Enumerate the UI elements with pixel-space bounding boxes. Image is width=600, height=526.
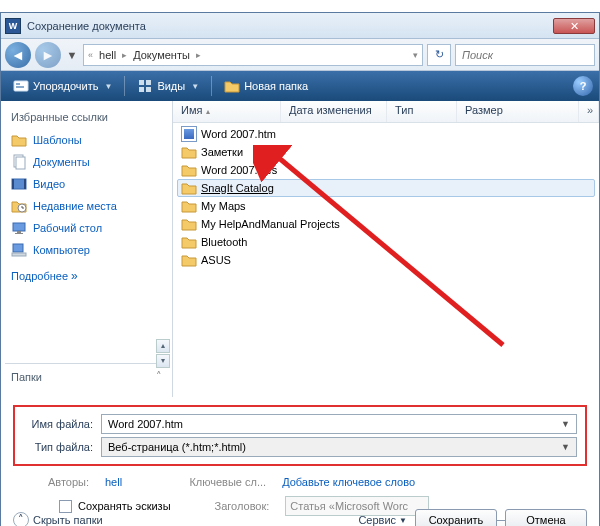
bc-segment[interactable]: Документы — [129, 49, 194, 61]
forward-button[interactable]: ► — [35, 42, 61, 68]
folder-icon — [224, 78, 240, 94]
save-button[interactable]: Сохранить — [415, 509, 497, 526]
filetype-value: Веб-страница (*.htm;*.html) — [108, 441, 246, 453]
bc-chevron-icon: « — [88, 50, 93, 60]
sidebar-item-computer[interactable]: Компьютер — [5, 240, 168, 260]
svg-rect-16 — [13, 244, 23, 252]
column-headers: Имя ▴ Дата изменения Тип Размер » — [173, 101, 599, 123]
file-row[interactable]: Bluetooth — [177, 233, 595, 251]
file-name: SnagIt Catalog — [201, 182, 274, 194]
file-name: My HelpAndManual Projects — [201, 218, 340, 230]
chevron-right-icon: » — [71, 269, 78, 283]
toolbar: Упорядочить ▼ Виды ▼ Новая папка ? — [1, 71, 599, 101]
sidebar-item-label: Шаблоны — [33, 134, 82, 146]
sidebar-heading: Избранные ссылки — [5, 109, 168, 129]
refresh-button[interactable]: ↻ — [427, 44, 451, 66]
close-button[interactable]: ✕ — [553, 18, 595, 34]
filetype-select[interactable]: Веб-страница (*.htm;*.html)▼ — [101, 437, 577, 457]
scroll-up-button[interactable]: ▴ — [156, 339, 170, 353]
filename-input[interactable]: Word 2007.htm▼ — [101, 414, 577, 434]
sidebar-item-templates[interactable]: Шаблоны — [5, 130, 168, 150]
chevron-down-icon[interactable]: ▼ — [561, 442, 570, 452]
keywords-value[interactable]: Добавьте ключевое слово — [282, 476, 415, 488]
file-name: My Maps — [201, 200, 246, 212]
chevron-right-icon: ▸ — [196, 50, 201, 60]
sidebar-item-video[interactable]: Видео — [5, 174, 168, 194]
svg-rect-2 — [16, 86, 24, 88]
svg-rect-13 — [13, 223, 25, 231]
views-label: Виды — [157, 80, 185, 92]
hide-folders-button[interactable]: ˄Скрыть папки — [13, 512, 103, 526]
views-button[interactable]: Виды ▼ — [131, 76, 205, 96]
service-label: Сервис — [358, 514, 396, 526]
titlebar: W Сохранение документа ✕ — [1, 13, 599, 39]
window-title: Сохранение документа — [27, 20, 553, 32]
recent-icon — [11, 198, 27, 214]
file-row[interactable]: SnagIt Catalog — [177, 179, 595, 197]
folders-toggle[interactable]: Папки˄ — [5, 364, 168, 389]
new-folder-label: Новая папка — [244, 80, 308, 92]
authors-label: Авторы: — [33, 476, 89, 488]
file-row[interactable]: Word 2007.htm — [177, 125, 595, 143]
cancel-button[interactable]: Отмена — [505, 509, 587, 526]
new-folder-button[interactable]: Новая папка — [218, 76, 314, 96]
folders-label: Папки — [11, 371, 42, 383]
folder-icon — [181, 181, 197, 195]
sidebar-item-label: Документы — [33, 156, 90, 168]
svg-rect-10 — [12, 179, 14, 189]
svg-rect-3 — [139, 80, 144, 85]
scroll-down-button[interactable]: ▾ — [156, 354, 170, 368]
file-name: Word 2007.files — [201, 164, 277, 176]
file-row[interactable]: My HelpAndManual Projects — [177, 215, 595, 233]
help-button[interactable]: ? — [573, 76, 593, 96]
svg-rect-5 — [139, 87, 144, 92]
file-name: Word 2007.htm — [201, 128, 276, 140]
svg-rect-11 — [24, 179, 26, 189]
organize-icon — [13, 78, 29, 94]
file-name: ASUS — [201, 254, 231, 266]
column-name[interactable]: Имя ▴ — [173, 101, 281, 122]
svg-rect-1 — [16, 83, 20, 85]
svg-rect-14 — [17, 231, 21, 233]
sidebar-item-recent[interactable]: Недавние места — [5, 196, 168, 216]
html-file-icon — [181, 126, 197, 142]
file-row[interactable]: Word 2007.files — [177, 161, 595, 179]
bc-segment[interactable]: hell — [95, 49, 120, 61]
file-row[interactable]: Заметки — [177, 143, 595, 161]
breadcrumb[interactable]: « hell ▸ Документы ▸ ▾ — [83, 44, 423, 66]
views-icon — [137, 78, 153, 94]
column-size[interactable]: Размер — [457, 101, 579, 122]
file-row[interactable]: ASUS — [177, 251, 595, 269]
organize-button[interactable]: Упорядочить ▼ — [7, 76, 118, 96]
back-button[interactable]: ◄ — [5, 42, 31, 68]
svg-rect-8 — [16, 157, 25, 169]
nav-history-dropdown[interactable]: ▼ — [65, 47, 79, 63]
svg-rect-9 — [12, 179, 26, 189]
chevron-down-icon[interactable]: ▼ — [561, 419, 570, 429]
search-input[interactable] — [455, 44, 595, 66]
folder-icon — [181, 163, 197, 177]
desktop-icon — [11, 220, 27, 236]
sidebar-more[interactable]: Подробнее» — [5, 267, 168, 285]
chevron-up-icon: ˄ — [13, 512, 29, 526]
folder-icon — [11, 132, 27, 148]
sidebar-item-desktop[interactable]: Рабочий стол — [5, 218, 168, 238]
file-row[interactable]: My Maps — [177, 197, 595, 215]
folder-icon — [181, 145, 197, 159]
service-dropdown[interactable]: Сервис▼ — [358, 514, 407, 526]
folder-icon — [181, 253, 197, 267]
app-icon: W — [5, 18, 21, 34]
columns-overflow[interactable]: » — [579, 101, 599, 122]
video-icon — [11, 176, 27, 192]
sidebar-item-label: Компьютер — [33, 244, 90, 256]
column-date[interactable]: Дата изменения — [281, 101, 387, 122]
bottom-panel: Имя файла: Word 2007.htm▼ Тип файла: Веб… — [1, 397, 599, 526]
chevron-down-icon[interactable]: ▾ — [413, 50, 418, 60]
file-pane: Имя ▴ Дата изменения Тип Размер » Word 2… — [173, 101, 599, 397]
chevron-right-icon: ▸ — [122, 50, 127, 60]
sidebar-item-label: Видео — [33, 178, 65, 190]
column-type[interactable]: Тип — [387, 101, 457, 122]
filetype-label: Тип файла: — [23, 441, 93, 453]
sidebar-item-documents[interactable]: Документы — [5, 152, 168, 172]
authors-value[interactable]: hell — [105, 476, 122, 488]
